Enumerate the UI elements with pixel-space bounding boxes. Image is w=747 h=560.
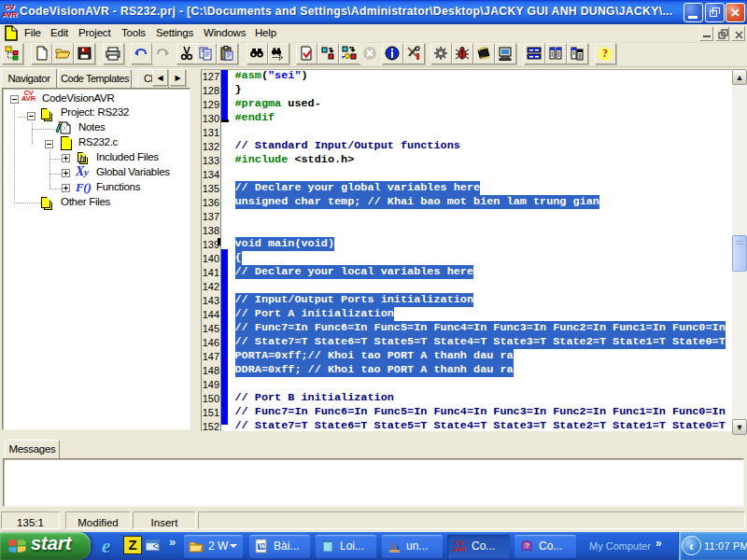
svg-text:?: ? <box>525 541 529 550</box>
svg-text:?: ? <box>602 47 608 60</box>
svg-text:W: W <box>259 542 266 551</box>
